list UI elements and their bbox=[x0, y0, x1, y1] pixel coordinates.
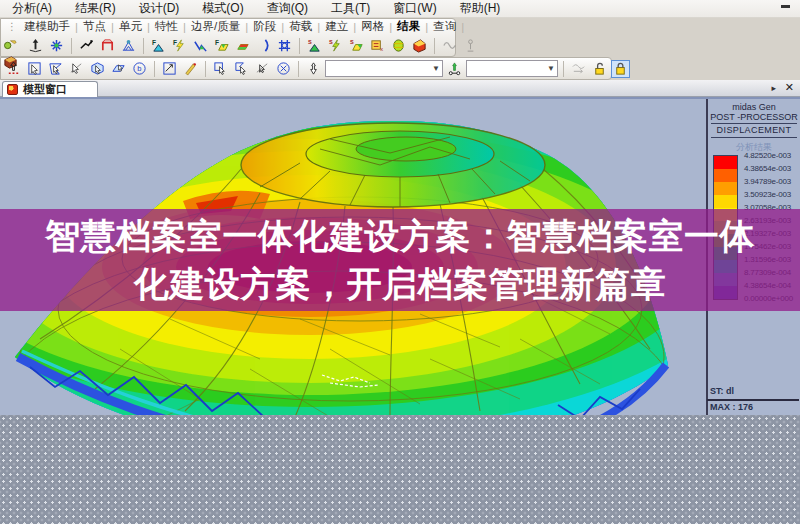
select-intersect-icon[interactable] bbox=[67, 60, 86, 78]
svg-text:S: S bbox=[350, 39, 354, 45]
menu-mode[interactable]: 模式(O) bbox=[200, 0, 245, 17]
truss-forces-icon[interactable] bbox=[119, 37, 138, 55]
probe-result-icon[interactable] bbox=[461, 37, 480, 55]
group-dropdown[interactable]: ▼ bbox=[466, 60, 558, 77]
select-by-path-icon[interactable] bbox=[445, 60, 464, 78]
drag-handle-icon[interactable]: ⋮ bbox=[7, 21, 16, 32]
tab-boundary-mass[interactable]: 边界/质量 bbox=[186, 19, 245, 34]
select-window-icon[interactable] bbox=[25, 60, 44, 78]
legend-swatch bbox=[714, 182, 737, 195]
local-bolt-icon[interactable]: S bbox=[326, 37, 345, 55]
svg-text:F: F bbox=[215, 39, 219, 46]
menu-help[interactable]: 帮助(H) bbox=[458, 0, 503, 17]
influence-line-icon[interactable] bbox=[254, 37, 273, 55]
select-identity-icon[interactable] bbox=[88, 60, 107, 78]
tab-element[interactable]: 单元 bbox=[114, 19, 147, 34]
result-toolbar: F F F S S S x bbox=[26, 36, 480, 55]
palette-icon[interactable] bbox=[1, 36, 19, 52]
menu-analysis[interactable]: 分析(A) bbox=[10, 0, 54, 17]
iso-surface-icon[interactable] bbox=[389, 37, 408, 55]
chevron-down-icon: ▼ bbox=[432, 64, 440, 73]
status-divider bbox=[707, 399, 799, 401]
bottom-dotted-area bbox=[0, 415, 800, 524]
lock-closed-icon[interactable] bbox=[611, 60, 630, 78]
tab-load[interactable]: 荷载 bbox=[284, 19, 317, 34]
select-polygon-icon[interactable] bbox=[46, 60, 65, 78]
animation-icon[interactable] bbox=[440, 37, 459, 55]
plate-forces-icon[interactable]: F bbox=[212, 37, 231, 55]
svg-text:F: F bbox=[152, 39, 156, 46]
svg-text:S: S bbox=[308, 39, 312, 45]
tab-scroll-icon[interactable]: ▸ bbox=[771, 83, 776, 93]
legend-app-name: midas Gen bbox=[708, 102, 800, 112]
ribbon-tabstrip: ⋮ 建模助手| 节点| 单元| 特性| 边界/质量| 阶段| 荷载| 建立| 网… bbox=[4, 19, 454, 34]
selection-toolbar: b ▼ ▼ bbox=[4, 59, 630, 78]
svg-text:b: b bbox=[137, 64, 141, 73]
tab-results-active[interactable]: 结果 bbox=[392, 19, 425, 34]
select-previous-icon[interactable] bbox=[304, 60, 323, 78]
minimize-dash-icon[interactable] bbox=[781, 5, 790, 8]
tab-model-assistant[interactable]: 建模助手 bbox=[19, 19, 75, 34]
menu-query[interactable]: 查询(Q) bbox=[265, 0, 310, 17]
legend-result-type: DISPLACEMENT bbox=[708, 125, 800, 135]
legend-value: 3.50923e-003 bbox=[744, 190, 800, 201]
banner-line-2: 化建设方案，开启档案管理新篇章 bbox=[0, 260, 800, 308]
menu-bar: 分析(A) 结果(R) 设计(D) 模式(O) 查询(Q) 工具(T) 窗口(W… bbox=[0, 0, 800, 18]
text-result-icon[interactable]: x bbox=[368, 37, 387, 55]
tab-close-icon[interactable]: ✕ bbox=[785, 81, 794, 94]
reaction-forces-icon[interactable] bbox=[77, 37, 96, 55]
tab-property[interactable]: 特性 bbox=[150, 19, 183, 34]
tab-mesh[interactable]: 网格 bbox=[356, 19, 389, 34]
svg-text:F: F bbox=[173, 39, 177, 46]
deformed-shape-icon[interactable] bbox=[26, 37, 45, 55]
local-contour-icon[interactable]: S bbox=[305, 37, 324, 55]
menu-design[interactable]: 设计(D) bbox=[137, 0, 182, 17]
status-max-value: MAX : 176 bbox=[710, 402, 753, 412]
displacement-frame-icon[interactable] bbox=[98, 37, 117, 55]
legend-mode: POST -PROCESSOR bbox=[708, 112, 800, 122]
cutting-plane-icon[interactable] bbox=[410, 37, 429, 55]
unselect-polygon-icon[interactable] bbox=[232, 60, 251, 78]
mdi-tab-bar: 模型窗口 ▸ ✕ bbox=[0, 80, 800, 97]
local-plate-icon[interactable]: S bbox=[347, 37, 366, 55]
select-volume-icon[interactable]: b bbox=[130, 60, 149, 78]
tab-query[interactable]: 查询 bbox=[428, 19, 461, 34]
plate-stresses-icon[interactable] bbox=[233, 37, 252, 55]
tab-build[interactable]: 建立 bbox=[320, 19, 353, 34]
stress-contour-icon[interactable]: F bbox=[149, 37, 168, 55]
select-plane-icon[interactable] bbox=[109, 60, 128, 78]
menu-tools[interactable]: 工具(T) bbox=[329, 0, 372, 17]
tab-node[interactable]: 节点 bbox=[78, 19, 111, 34]
redraw-icon[interactable] bbox=[181, 60, 200, 78]
menu-results[interactable]: 结果(R) bbox=[73, 0, 118, 17]
fast-query-icon[interactable] bbox=[569, 60, 588, 78]
legend-value: 4.82520e-003 bbox=[744, 151, 800, 162]
legend-swatch bbox=[714, 169, 737, 182]
legend-value: 3.94789e-003 bbox=[744, 177, 800, 188]
select-single-icon[interactable] bbox=[4, 60, 23, 78]
model-window-tab-label: 模型窗口 bbox=[23, 82, 67, 97]
status-load-step: ST: dl bbox=[710, 386, 734, 396]
moment-diagram-icon[interactable] bbox=[191, 37, 210, 55]
menu-window[interactable]: 窗口(W) bbox=[391, 0, 438, 17]
unselect-intersect-icon[interactable] bbox=[253, 60, 272, 78]
legend-swatch bbox=[714, 156, 737, 169]
chevron-down-icon: ▼ bbox=[547, 64, 555, 73]
legend-swatch bbox=[714, 195, 737, 208]
svg-text:S: S bbox=[329, 39, 333, 45]
tab-stage[interactable]: 阶段 bbox=[248, 19, 281, 34]
named-selection-dropdown[interactable]: ▼ bbox=[325, 60, 443, 77]
model-window-tab[interactable]: 模型窗口 bbox=[2, 81, 98, 97]
unselect-window-icon[interactable] bbox=[211, 60, 230, 78]
title-banner-overlay: 智慧档案室一体化建设方案：智慧档案室一体 化建设方案，开启档案管理新篇章 bbox=[0, 209, 800, 311]
mesh-result-icon[interactable] bbox=[275, 37, 294, 55]
unselect-all-icon[interactable] bbox=[274, 60, 293, 78]
legend-value: 4.38654e-003 bbox=[744, 164, 800, 175]
zoom-window-icon[interactable] bbox=[160, 60, 179, 78]
force-bolt-icon[interactable]: F bbox=[170, 37, 189, 55]
svg-text:x: x bbox=[380, 46, 383, 52]
lock-open-icon[interactable] bbox=[590, 60, 609, 78]
midas-logo-icon bbox=[7, 84, 18, 95]
banner-line-1: 智慧档案室一体化建设方案：智慧档案室一体 bbox=[0, 212, 800, 260]
vibration-mode-icon[interactable] bbox=[47, 37, 66, 55]
